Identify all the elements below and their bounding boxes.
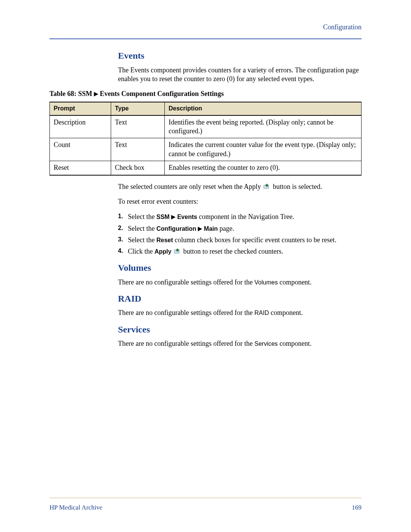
page-footer: HP Medical Archive 169 [49,498,362,512]
step-1: 1. Select the SSM ▶ Events component in … [118,212,362,221]
apply-note-b: button is selected. [273,183,322,190]
heading-volumes: Volumes [118,262,362,274]
step-number: 1. [118,212,128,221]
cell-type: Text [111,138,165,161]
services-text: There are no configurable settings offer… [118,339,362,348]
apply-icon [174,248,181,254]
step-bold: Apply [155,248,171,255]
component-name: Services [255,340,278,347]
component-name: Volumes [255,279,278,286]
volumes-text: There are no configurable settings offer… [118,278,362,287]
step-text: component in the Navigation Tree. [199,213,294,220]
step-number: 3. [118,235,128,244]
para-text: component. [269,309,303,316]
page-number: 169 [352,503,362,512]
triangle-icon: ▶ [198,225,202,232]
step-text: button to reset the checked counters. [183,248,283,255]
step-4: 4. Click the Apply button to reset the c… [118,247,362,256]
cell-type: Text [111,115,165,138]
table-caption-suffix: Events Component Configuration Settings [100,90,224,97]
table-row: Description Text Identifies the event be… [50,115,362,138]
apply-note-a: The selected counters are only reset whe… [118,183,261,190]
cell-prompt: Count [50,138,111,161]
heading-raid: RAID [118,293,362,305]
heading-events: Events [118,50,362,62]
cell-prompt: Description [50,115,111,138]
step-text: Select the [128,236,156,244]
para-text: There are no configurable settings offer… [118,340,255,347]
th-type: Type [111,102,165,115]
step-bold: Configuration [156,225,196,232]
events-apply-note: The selected counters are only reset whe… [118,182,362,191]
step-bold: Reset [156,237,173,243]
step-text: Select the [128,213,156,220]
steps-list: 1. Select the SSM ▶ Events component in … [118,212,362,256]
component-name: RAID [255,310,269,316]
heading-services: Services [118,324,362,335]
para-text: component. [278,278,312,286]
step-number: 4. [118,247,128,256]
running-header: Configuration [49,23,362,32]
step-text: column check boxes for specific event co… [175,236,336,244]
step-3: 3. Select the Reset column check boxes f… [118,235,362,244]
apply-icon [263,183,270,189]
cell-description: Identifies the event being reported. (Di… [165,115,362,138]
cell-prompt: Reset [50,161,111,175]
step-bold: Events [177,214,197,220]
step-bold: Main [204,225,218,232]
th-description: Description [165,102,362,115]
raid-text: There are no configurable settings offer… [118,308,362,317]
step-text: Select the [128,225,156,232]
cell-type: Check box [111,161,165,175]
table-caption-prefix: Table 68: SSM [49,90,92,97]
reset-intro: To reset error event counters: [118,197,362,206]
footer-rule [49,498,362,498]
table-row: Reset Check box Enables resetting the co… [50,161,362,175]
cell-description: Enables resetting the counter to zero (0… [165,161,362,175]
para-text: component. [278,340,312,347]
step-text: page. [220,225,234,232]
config-table: Prompt Type Description Description Text… [49,102,362,176]
header-rule [49,38,362,39]
para-text: There are no configurable settings offer… [118,278,255,286]
table-caption: Table 68: SSM ▶ Events Component Configu… [49,89,362,98]
para-text: There are no configurable settings offer… [118,309,255,316]
step-2: 2. Select the Configuration ▶ Main page. [118,224,362,233]
triangle-icon: ▶ [94,91,98,97]
th-prompt: Prompt [50,102,111,115]
events-intro: The Events component provides counters f… [118,66,362,84]
step-text: Click the [128,248,155,255]
footer-product: HP Medical Archive [49,503,102,512]
step-bold: SSM [156,214,170,220]
step-number: 2. [118,224,128,233]
table-row: Count Text Indicates the current counter… [50,138,362,161]
cell-description: Indicates the current counter value for … [165,138,362,161]
triangle-icon: ▶ [171,214,175,220]
